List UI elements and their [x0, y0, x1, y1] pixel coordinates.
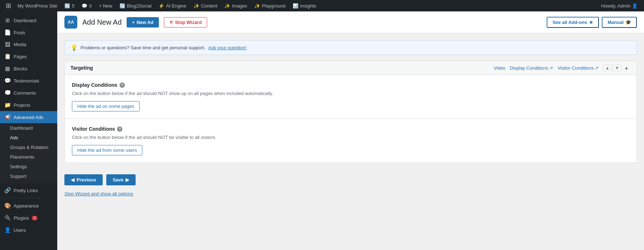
info-icon: 💡 [70, 44, 78, 51]
hide-ad-pages-button[interactable]: Hide the ad on some pages [72, 101, 140, 111]
display-conditions-title: Display Conditions ? [72, 82, 629, 88]
dashboard-icon: ⊞ [4, 17, 11, 24]
stop-wizard-button[interactable]: ✕ Stop Wizard [164, 17, 207, 28]
stop-wizard-all-options-link[interactable]: Stop Wizard and show all options [64, 191, 637, 196]
notice-text: Problems or questions? Save time and get… [80, 45, 205, 50]
help-icon[interactable]: ? [119, 82, 125, 88]
sidebar-item-label: Appearance [14, 203, 39, 209]
blog2social-icon: 🔄 [119, 3, 125, 9]
sidebar-item-blocks[interactable]: ▦ Blocks [0, 62, 57, 75]
visitor-conditions-title: Visitor Conditions ? [72, 126, 629, 132]
users-icon: 👤 [4, 227, 11, 233]
collapse-button[interactable]: ▲ [622, 65, 631, 71]
plugins-icon: 🔌 [4, 215, 11, 221]
sidebar-item-label: Testimonials [14, 78, 39, 84]
hide-ad-users-button[interactable]: Hide the ad from some users [72, 145, 142, 155]
arrow-up-button[interactable]: ▲ [603, 65, 612, 71]
plugins-badge: 1 [32, 216, 38, 220]
targeting-header: Targeting Video Display Conditions ↗ Vis… [65, 61, 636, 75]
sidebar-item-pretty-links[interactable]: 🔗 Pretty Links [0, 184, 57, 196]
pages-icon: 📋 [4, 53, 11, 60]
adminbar-updates[interactable]: 🔄 5 [61, 0, 78, 11]
sidebar-item-posts[interactable]: 📄 Posts [0, 26, 57, 39]
sidebar-item-label: Users [14, 228, 26, 233]
display-conditions-section: Display Conditions ? Click on the button… [65, 75, 636, 119]
adminbar-new[interactable]: + New [95, 0, 116, 11]
display-conditions-link[interactable]: Display Conditions ↗ [510, 65, 553, 71]
sidebar-item-projects[interactable]: 📁 Projects [0, 99, 57, 111]
sidebar-item-label: Posts [14, 30, 25, 35]
sidebar-item-label: Pages [14, 54, 27, 59]
insights-icon: 📊 [293, 3, 298, 9]
ask-question-link[interactable]: Ask your question! [208, 45, 247, 50]
posts-icon: 📄 [4, 29, 11, 36]
submenu-item-support[interactable]: Support [0, 171, 57, 181]
sidebar-item-users[interactable]: 👤 Users [0, 224, 57, 236]
arrow-right-icon: ▶ [126, 177, 129, 182]
submenu-item-settings[interactable]: Settings [0, 162, 57, 171]
sidebar-item-label: Pretty Links [14, 188, 38, 193]
sidebar-item-media[interactable]: 🖼 Media [0, 39, 57, 50]
submenu-item-placements[interactable]: Placements [0, 152, 57, 162]
images-icon: ✨ [224, 3, 230, 9]
sidebar-item-testimonials[interactable]: 💬 Testimonials [0, 75, 57, 87]
sidebar-item-label: Projects [14, 102, 30, 108]
adminbar-ai-engine[interactable]: ⚡ AI Engine [155, 0, 190, 11]
manual-button[interactable]: Manual 🎓 [602, 17, 637, 28]
targeting-title: Targeting [70, 65, 93, 71]
adminbar-comments[interactable]: 💬 0 [78, 0, 95, 11]
visitor-conditions-link[interactable]: Visitor Conditions ↗ [557, 65, 599, 71]
submenu-item-dashboard[interactable]: Dashboard [0, 123, 57, 133]
adminbar-insights[interactable]: 📊 Insights [289, 0, 320, 11]
sidebar-item-plugins[interactable]: 🔌 Plugins 1 [0, 212, 57, 224]
adminbar-howdy[interactable]: Howdy, Admin 👤 [597, 3, 641, 9]
header-right-actions: See all Add-ons ★ Manual 🎓 [547, 17, 637, 28]
new-ad-label: New Ad [137, 20, 153, 25]
adminbar-site[interactable]: My WordPress Site [14, 0, 61, 11]
visitor-conditions-section: Visitor Conditions ? Click on the button… [65, 119, 636, 162]
comments-icon: 💭 [4, 90, 11, 96]
sidebar-item-pages[interactable]: 📋 Pages [0, 50, 57, 62]
header-arrows: ▲ ▼ ▲ [603, 65, 631, 71]
visitor-conditions-desc: Click on the button below if the ad shou… [72, 135, 629, 140]
sidebar-item-label: Media [14, 42, 26, 47]
targeting-header-links: Video Display Conditions ↗ Visitor Condi… [494, 65, 631, 71]
appearance-icon: 🎨 [4, 202, 11, 209]
adminbar-content[interactable]: ✨ Content [190, 0, 221, 11]
sidebar-item-dashboard[interactable]: ⊞ Dashboard [0, 14, 57, 26]
content-wrap: 💡 Problems or questions? Save time and g… [57, 33, 644, 204]
save-button[interactable]: Save ▶ [106, 174, 136, 185]
sidebar-item-appearance[interactable]: 🎨 Appearance [0, 200, 57, 212]
video-link[interactable]: Video [494, 65, 506, 71]
external-icon: ↗ [595, 65, 599, 71]
submenu-item-ads[interactable]: Ads [0, 133, 57, 142]
main-content: AA Add New Ad + New Ad ✕ Stop Wizard See… [57, 11, 644, 250]
site-name: My WordPress Site [18, 3, 57, 9]
see-addons-button[interactable]: See all Add-ons ★ [547, 17, 599, 28]
sidebar-item-label: Blocks [14, 66, 27, 71]
previous-button[interactable]: ◀ Previous [64, 174, 103, 185]
adminbar-playground[interactable]: ✨ Playground [251, 0, 289, 11]
adminbar-blog2social[interactable]: 🔄 Blog2Social [116, 0, 155, 11]
targeting-card: Targeting Video Display Conditions ↗ Vis… [64, 61, 637, 163]
page-header: AA Add New Ad + New Ad ✕ Stop Wizard See… [57, 11, 644, 33]
new-ad-button[interactable]: + New Ad [127, 17, 159, 28]
help-icon-visitor[interactable]: ? [117, 126, 122, 132]
page-header-icon: AA [64, 16, 77, 29]
bottom-actions: ◀ Previous Save ▶ [64, 169, 637, 188]
page-title: Add New Ad [82, 18, 122, 26]
arrow-down-button[interactable]: ▼ [613, 65, 621, 71]
arrow-left-icon: ◀ [71, 177, 74, 182]
advanced-ads-icon: 📢 [4, 114, 11, 120]
submenu-item-groups[interactable]: Groups & Rotation [0, 142, 57, 152]
sidebar-item-label: Comments [14, 90, 36, 96]
sidebar-item-comments[interactable]: 💭 Comments [0, 87, 57, 99]
admin-bar: ⊞ My WordPress Site 🔄 5 💬 0 + New 🔄 Blog… [0, 0, 644, 11]
sidebar-item-advanced-ads[interactable]: 📢 Advanced Ads [0, 111, 57, 123]
adminbar-images[interactable]: ✨ Images [221, 0, 251, 11]
sidebar-item-label: Plugins [14, 215, 29, 221]
wp-logo[interactable]: ⊞ [3, 0, 14, 11]
testimonials-icon: 💬 [4, 78, 11, 84]
sidebar: ⊞ Dashboard 📄 Posts 🖼 Media 📋 Pages ▦ Bl… [0, 11, 57, 250]
display-conditions-desc: Click on the button below if the ad shou… [72, 91, 629, 96]
